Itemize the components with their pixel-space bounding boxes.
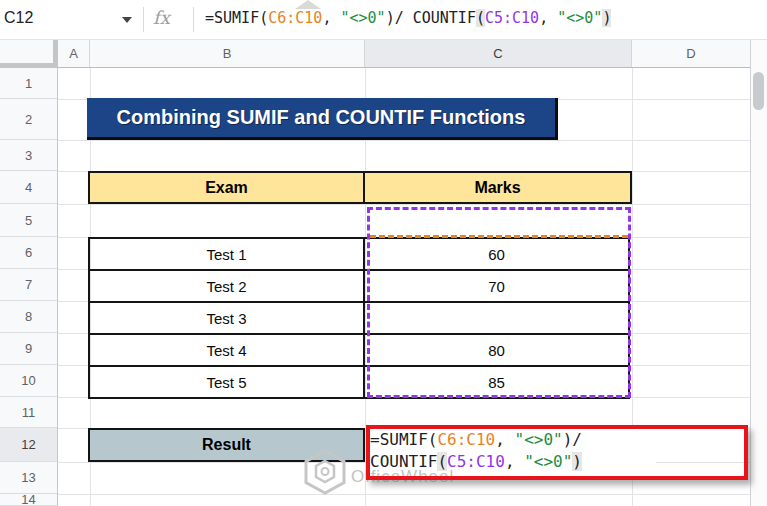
row-header-3[interactable]: 3 [0,140,57,171]
chevron-up-artifact [295,0,321,9]
title-banner-text: Combining SUMIF and COUNTIF Functions [117,106,526,129]
row-header-14[interactable]: 14 [0,494,57,506]
gridline [58,140,750,141]
column-header-c[interactable]: C [365,40,632,67]
sumif-range-highlight [370,235,628,238]
formula-token: =SUMIF( [205,9,268,27]
row-header-9[interactable]: 9 [0,333,57,365]
formula-range-ref: C6:C10 [268,9,322,27]
row-header-13[interactable]: 13 [0,462,57,494]
row-header-12[interactable]: 12 [0,428,57,462]
formula-bar: C12 fx =SUMIF(C6:C10, "<>0")/ COUNTIF(C5… [0,0,767,40]
title-banner-cell[interactable]: Combining SUMIF and COUNTIF Functions [87,98,558,140]
result-label: Result [202,436,251,454]
scrollbar-thumb[interactable] [753,72,764,110]
row-header-7[interactable]: 7 [0,269,57,301]
row-header-6[interactable]: 6 [0,237,57,269]
formula-paren: ) [602,9,611,27]
header-cell-marks[interactable]: Marks [363,171,632,204]
row-header-10[interactable]: 10 [0,365,57,397]
column-header-b[interactable]: B [90,40,365,67]
row-header-4[interactable]: 4 [0,171,57,204]
row-header-strip: 1 2 3 4 5 6 7 8 9 10 11 12 13 14 [0,68,58,506]
formula-string: "<>0" [557,9,602,27]
formula-input[interactable]: =SUMIF(C6:C10, "<>0")/ COUNTIF(C5:C10, "… [205,9,755,31]
watermark-hexagon-icon [303,448,347,496]
formula-paren: ( [476,9,485,27]
divider [193,7,194,32]
row-header-5[interactable]: 5 [0,204,57,237]
cell-exam[interactable]: Test 2 [89,270,364,302]
column-header-strip: A B C D [58,40,750,68]
row-header-8[interactable]: 8 [0,301,57,333]
header-cell-exam[interactable]: Exam [88,171,365,204]
cell-exam[interactable]: Test 3 [89,302,364,334]
fx-icon: fx [153,7,170,28]
formula-token: )/ [386,9,413,27]
name-box[interactable]: C12 [2,9,114,31]
cell-exam[interactable]: Test 4 [89,334,364,366]
column-header-a[interactable]: A [58,40,90,67]
select-all-corner[interactable] [0,40,58,68]
column-header-d[interactable]: D [632,40,750,67]
row-header-2[interactable]: 2 [0,99,57,140]
gridline [58,204,750,205]
name-box-dropdown-icon[interactable] [122,17,132,23]
row-header-11[interactable]: 11 [0,397,57,428]
red-annotation-box [366,425,748,480]
formula-token: COUNTIF [413,9,476,27]
divider [143,7,144,32]
table-header-row: Exam Marks [88,171,632,204]
cell-exam[interactable]: Test 5 [89,366,364,398]
formula-range-ref: C5:C10 [485,9,539,27]
formula-string: "<>0" [340,9,385,27]
formula-token: , [539,9,557,27]
cell-exam[interactable]: Test 1 [89,238,364,270]
formula-token: , [322,9,340,27]
row-header-1[interactable]: 1 [0,68,57,99]
